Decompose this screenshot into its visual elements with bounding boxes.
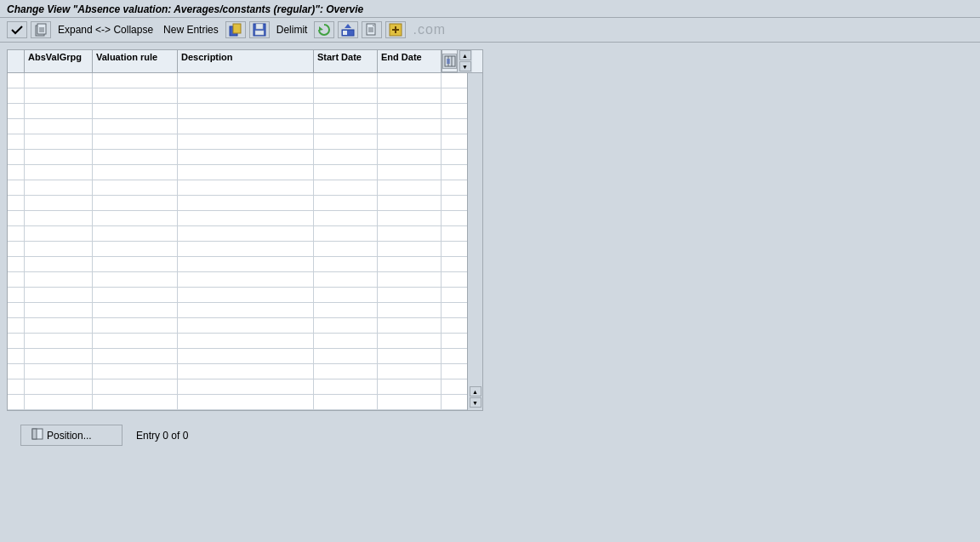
- row-selector[interactable]: [8, 364, 25, 379]
- table-cell-enddate[interactable]: [378, 395, 442, 409]
- table-cell-startdate[interactable]: [314, 134, 378, 149]
- table-cell-startdate[interactable]: [314, 104, 378, 118]
- vertical-scrollbar[interactable]: ▲ ▼: [467, 73, 482, 410]
- table-cell-absvalgrpg[interactable]: [25, 226, 93, 241]
- table-cell-valrule[interactable]: [93, 257, 178, 271]
- table-cell-absvalgrpg[interactable]: [25, 88, 93, 103]
- table-row[interactable]: [8, 364, 467, 379]
- table-cell-description[interactable]: [178, 119, 314, 134]
- table-cell-valrule[interactable]: [93, 88, 178, 103]
- table-cell-absvalgrpg[interactable]: [25, 303, 93, 317]
- table-cell-valrule[interactable]: [93, 364, 178, 379]
- table-cell-valrule[interactable]: [93, 180, 178, 195]
- new-entries-btn[interactable]: New Entries: [160, 21, 222, 38]
- table-cell-startdate[interactable]: [314, 257, 378, 271]
- localfile-icon-btn[interactable]: [362, 21, 382, 38]
- table-cell-absvalgrpg[interactable]: [25, 379, 93, 394]
- table-cell-startdate[interactable]: [314, 73, 378, 88]
- table-cell-startdate[interactable]: [314, 334, 378, 348]
- row-selector[interactable]: [8, 272, 25, 287]
- table-cell-valrule[interactable]: [93, 334, 178, 348]
- table-row[interactable]: [8, 395, 467, 410]
- table-cell-enddate[interactable]: [378, 134, 442, 149]
- table-cell-startdate[interactable]: [314, 165, 378, 180]
- table-cell-startdate[interactable]: [314, 288, 378, 302]
- table-cell-valrule[interactable]: [93, 104, 178, 118]
- table-cell-enddate[interactable]: [378, 272, 442, 287]
- table-cell-enddate[interactable]: [378, 104, 442, 118]
- table-cell-absvalgrpg[interactable]: [25, 119, 93, 134]
- row-selector[interactable]: [8, 73, 25, 88]
- table-row[interactable]: [8, 349, 467, 364]
- table-cell-valrule[interactable]: [93, 73, 178, 88]
- table-row[interactable]: [8, 257, 467, 272]
- table-cell-enddate[interactable]: [378, 334, 442, 348]
- table-cell-valrule[interactable]: [93, 395, 178, 409]
- table-cell-enddate[interactable]: [378, 303, 442, 317]
- table-cell-enddate[interactable]: [378, 119, 442, 134]
- table-cell-valrule[interactable]: [93, 379, 178, 394]
- table-cell-enddate[interactable]: [378, 73, 442, 88]
- row-selector[interactable]: [8, 379, 25, 394]
- table-row[interactable]: [8, 318, 467, 334]
- table-cell-startdate[interactable]: [314, 226, 378, 241]
- table-cell-description[interactable]: [178, 134, 314, 149]
- table-cell-absvalgrpg[interactable]: [25, 150, 93, 164]
- table-cell-description[interactable]: [178, 226, 314, 241]
- table-cell-enddate[interactable]: [378, 226, 442, 241]
- table-cell-startdate[interactable]: [314, 395, 378, 409]
- table-cell-startdate[interactable]: [314, 196, 378, 210]
- row-selector[interactable]: [8, 211, 25, 225]
- table-cell-absvalgrpg[interactable]: [25, 165, 93, 180]
- table-cell-absvalgrpg[interactable]: [25, 364, 93, 379]
- table-cell-description[interactable]: [178, 242, 314, 256]
- table-cell-enddate[interactable]: [378, 242, 442, 256]
- table-cell-startdate[interactable]: [314, 180, 378, 195]
- table-cell-enddate[interactable]: [378, 288, 442, 302]
- table-cell-enddate[interactable]: [378, 349, 442, 363]
- table-row[interactable]: [8, 334, 467, 349]
- check-icon-btn[interactable]: [7, 21, 27, 38]
- table-cell-enddate[interactable]: [378, 379, 442, 394]
- table-cell-description[interactable]: [178, 211, 314, 225]
- table-row[interactable]: [8, 242, 467, 257]
- table-row[interactable]: [8, 134, 467, 150]
- table-cell-enddate[interactable]: [378, 165, 442, 180]
- table-cell-absvalgrpg[interactable]: [25, 211, 93, 225]
- scroll-up-end-btn[interactable]: ▼: [470, 397, 481, 408]
- row-selector[interactable]: [8, 318, 25, 333]
- table-cell-description[interactable]: [178, 334, 314, 348]
- table-row[interactable]: [8, 150, 467, 165]
- table-row[interactable]: [8, 73, 467, 88]
- column-settings-btn[interactable]: [442, 54, 457, 69]
- table-cell-absvalgrpg[interactable]: [25, 272, 93, 287]
- table-cell-absvalgrpg[interactable]: [25, 73, 93, 88]
- table-cell-description[interactable]: [178, 364, 314, 379]
- table-cell-description[interactable]: [178, 272, 314, 287]
- row-selector[interactable]: [8, 349, 25, 363]
- table-cell-startdate[interactable]: [314, 242, 378, 256]
- table-cell-description[interactable]: [178, 379, 314, 394]
- table-cell-valrule[interactable]: [93, 303, 178, 317]
- documents-icon-btn[interactable]: [31, 21, 51, 38]
- table-cell-description[interactable]: [178, 303, 314, 317]
- row-selector[interactable]: [8, 257, 25, 271]
- table-cell-description[interactable]: [178, 288, 314, 302]
- scroll-down-end-btn[interactable]: ▲: [470, 386, 481, 397]
- row-selector[interactable]: [8, 288, 25, 302]
- table-cell-enddate[interactable]: [378, 180, 442, 195]
- table-row[interactable]: [8, 180, 467, 196]
- table-cell-absvalgrpg[interactable]: [25, 395, 93, 409]
- table-row[interactable]: [8, 288, 467, 303]
- scroll-right-up-btn[interactable]: ▲: [459, 50, 471, 60]
- table-cell-startdate[interactable]: [314, 88, 378, 103]
- scroll-right-down-btn[interactable]: ▼: [459, 61, 471, 71]
- table-row[interactable]: [8, 88, 467, 104]
- table-cell-description[interactable]: [178, 150, 314, 164]
- table-cell-valrule[interactable]: [93, 196, 178, 210]
- table-cell-valrule[interactable]: [93, 211, 178, 225]
- table-cell-absvalgrpg[interactable]: [25, 349, 93, 363]
- refresh-icon-btn[interactable]: [314, 21, 334, 38]
- table-cell-absvalgrpg[interactable]: [25, 288, 93, 302]
- table-cell-enddate[interactable]: [378, 318, 442, 333]
